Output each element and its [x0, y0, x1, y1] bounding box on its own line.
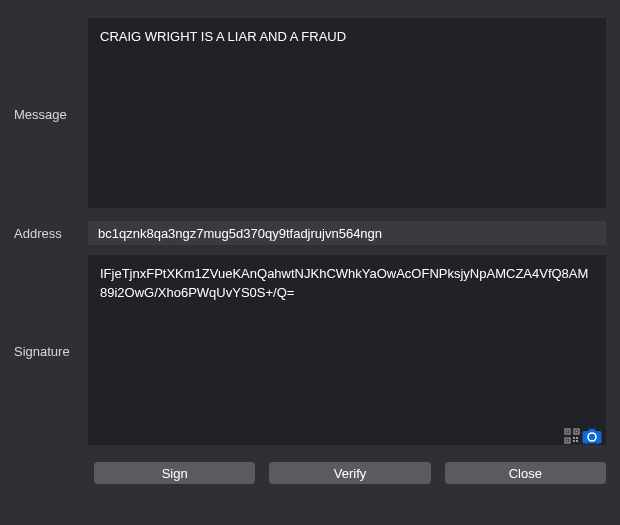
address-input[interactable]	[88, 221, 606, 245]
button-row: Sign Verify Close	[14, 462, 606, 484]
svg-rect-7	[576, 437, 578, 439]
svg-rect-1	[567, 431, 569, 433]
signature-corner-tools	[564, 428, 602, 444]
camera-icon[interactable]	[582, 428, 602, 444]
verify-button[interactable]: Verify	[269, 462, 430, 484]
signature-label: Signature	[14, 255, 88, 448]
message-label: Message	[14, 18, 88, 211]
svg-rect-5	[567, 440, 569, 442]
message-row: Message CRAIG WRIGHT IS A LIAR AND A FRA…	[14, 18, 606, 211]
address-field-wrap	[88, 221, 606, 245]
address-label: Address	[14, 221, 88, 245]
message-field-wrap: CRAIG WRIGHT IS A LIAR AND A FRAUD	[88, 18, 606, 211]
sign-button[interactable]: Sign	[94, 462, 255, 484]
address-row: Address	[14, 221, 606, 245]
svg-rect-3	[576, 431, 578, 433]
signature-row: Signature IFjeTjnxFPtXKm1ZVueKAnQahwtNJK…	[14, 255, 606, 448]
close-button[interactable]: Close	[445, 462, 606, 484]
signature-input[interactable]: IFjeTjnxFPtXKm1ZVueKAnQahwtNJKhCWhkYaOwA…	[88, 255, 606, 445]
qr-code-icon[interactable]	[564, 428, 580, 444]
signature-field-wrap: IFjeTjnxFPtXKm1ZVueKAnQahwtNJKhCWhkYaOwA…	[88, 255, 606, 448]
message-input[interactable]: CRAIG WRIGHT IS A LIAR AND A FRAUD	[88, 18, 606, 208]
svg-rect-8	[573, 440, 575, 442]
svg-rect-6	[573, 437, 575, 439]
svg-rect-9	[576, 440, 578, 442]
